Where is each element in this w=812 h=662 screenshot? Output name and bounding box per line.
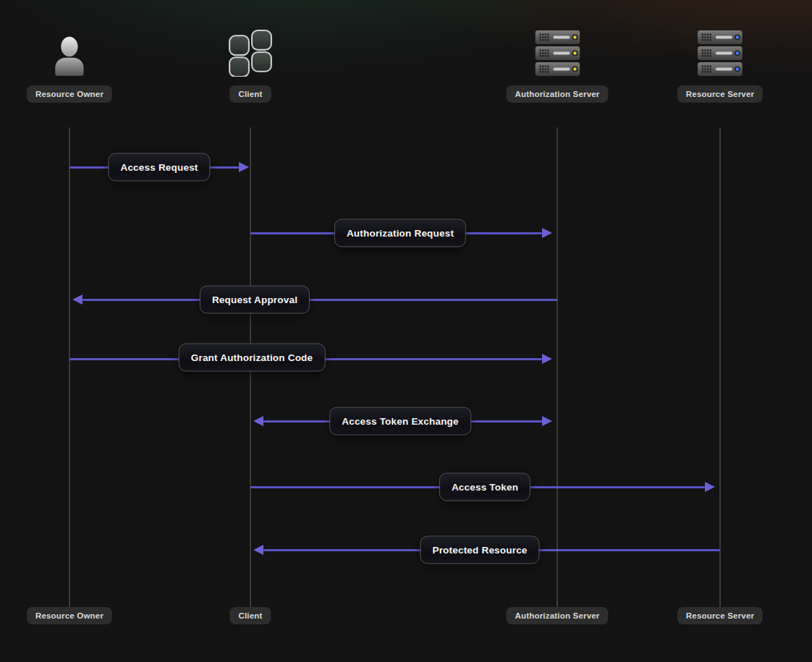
actor-badge: Authorization Server xyxy=(506,85,608,103)
arrowhead-right-icon xyxy=(239,162,249,172)
actor-badge-bottom: Resource Server xyxy=(677,607,763,624)
app-grid-icon xyxy=(228,26,273,77)
arrowhead-right-icon xyxy=(542,354,552,364)
server-stack-icon xyxy=(535,26,580,77)
message-label: Authorization Request xyxy=(334,219,466,247)
actor-client: Client xyxy=(228,26,273,103)
actor-badge: Resource Owner xyxy=(27,85,112,103)
lifeline-authorization-server xyxy=(557,127,558,607)
oauth-sequence-diagram: Resource Owner Client xyxy=(0,0,812,662)
server-stack-icon xyxy=(698,26,743,77)
actor-badge-bottom: Authorization Server xyxy=(506,607,608,624)
actor-authorization-server: Authorization Server xyxy=(506,26,608,103)
user-icon xyxy=(51,26,88,77)
message-label: Access Token Exchange xyxy=(329,407,471,436)
actor-badge: Client xyxy=(229,85,271,103)
actor-resource-server: Resource Server xyxy=(677,26,763,103)
actor-resource-owner: Resource Owner xyxy=(27,26,112,103)
message-label: Request Approval xyxy=(200,286,310,314)
arrowhead-right-icon xyxy=(705,482,715,492)
message-label: Access Token xyxy=(439,473,530,501)
arrowhead-right-icon xyxy=(542,228,552,238)
actor-badge-bottom: Client xyxy=(229,607,271,624)
message-line xyxy=(83,299,557,301)
lifeline-resource-owner xyxy=(69,127,70,607)
lifeline-resource-server xyxy=(719,127,721,607)
actor-badge-bottom: Resource Owner xyxy=(27,607,112,624)
arrowhead-left-icon xyxy=(72,294,83,305)
arrowhead-right-icon xyxy=(542,416,552,426)
arrowhead-left-icon xyxy=(253,545,263,555)
actor-badge: Resource Server xyxy=(677,85,763,103)
message-label: Access Request xyxy=(108,153,210,182)
message-label: Grant Authorization Code xyxy=(179,344,326,372)
arrowhead-left-icon xyxy=(253,416,263,426)
message-label: Protected Resource xyxy=(420,536,539,564)
